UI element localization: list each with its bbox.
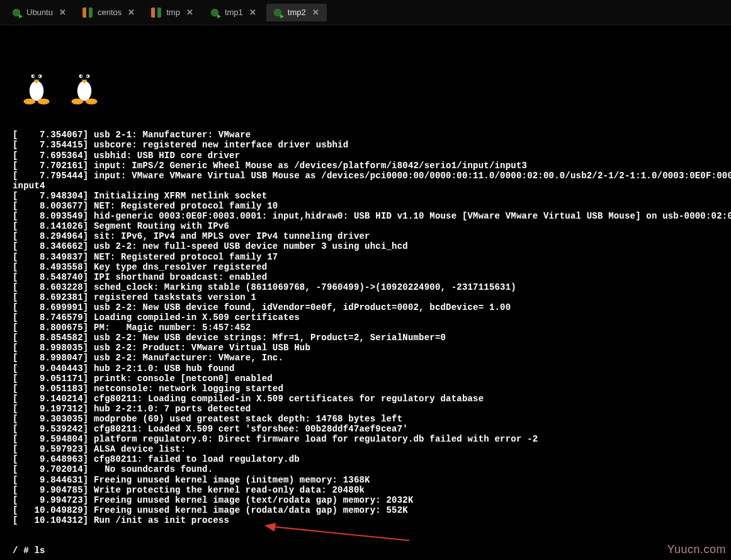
terminal-icon [151, 8, 161, 18]
tab-tmp2[interactable]: tmp2 ✕ [266, 4, 327, 21]
svg-point-13 [81, 76, 82, 77]
terminal-icon [273, 8, 283, 18]
close-icon[interactable]: ✕ [127, 8, 136, 17]
svg-point-14 [86, 76, 88, 77]
close-icon[interactable]: ✕ [58, 8, 67, 17]
command-ls: ls [34, 546, 45, 556]
close-icon[interactable]: ✕ [185, 8, 195, 17]
tab-bar: Ubuntu ✕ centos ✕ tmp ✕ tmp1 ✕ tmp2 ✕ [0, 0, 731, 25]
svg-point-1 [30, 81, 43, 101]
tab-label: tmp1 [225, 8, 243, 17]
svg-point-7 [23, 99, 35, 105]
svg-point-17 [86, 99, 98, 105]
watermark: Yuucn.com [667, 543, 726, 556]
svg-point-5 [38, 76, 40, 77]
tab-tmp[interactable]: tmp ✕ [145, 4, 201, 21]
tab-label: centos [98, 8, 122, 17]
tab-label: tmp [166, 8, 180, 17]
tab-label: Ubuntu [26, 8, 53, 17]
terminal-icon [210, 8, 220, 18]
tab-label: tmp2 [288, 8, 306, 17]
svg-point-16 [71, 99, 83, 105]
tux-icon [19, 64, 54, 106]
tab-centos[interactable]: centos ✕ [76, 4, 142, 21]
terminal-output[interactable]: [ 7.354067] usb 2-1: Manufacturer: VMwar… [0, 25, 731, 560]
svg-point-8 [38, 99, 50, 105]
tux-logos [19, 64, 718, 106]
tab-ubuntu[interactable]: Ubuntu ✕ [5, 4, 74, 21]
terminal-icon [82, 8, 93, 18]
tux-icon [67, 64, 102, 106]
kernel-boot-log: [ 7.354067] usb 2-1: Manufacturer: VMwar… [13, 130, 718, 525]
tab-tmp1[interactable]: tmp1 ✕ [203, 4, 264, 21]
close-icon[interactable]: ✕ [311, 8, 320, 17]
terminal-icon [11, 8, 21, 18]
svg-point-4 [33, 76, 34, 77]
svg-point-10 [77, 81, 91, 101]
close-icon[interactable]: ✕ [248, 8, 258, 17]
prompt-line-1: / # ls [13, 546, 718, 556]
